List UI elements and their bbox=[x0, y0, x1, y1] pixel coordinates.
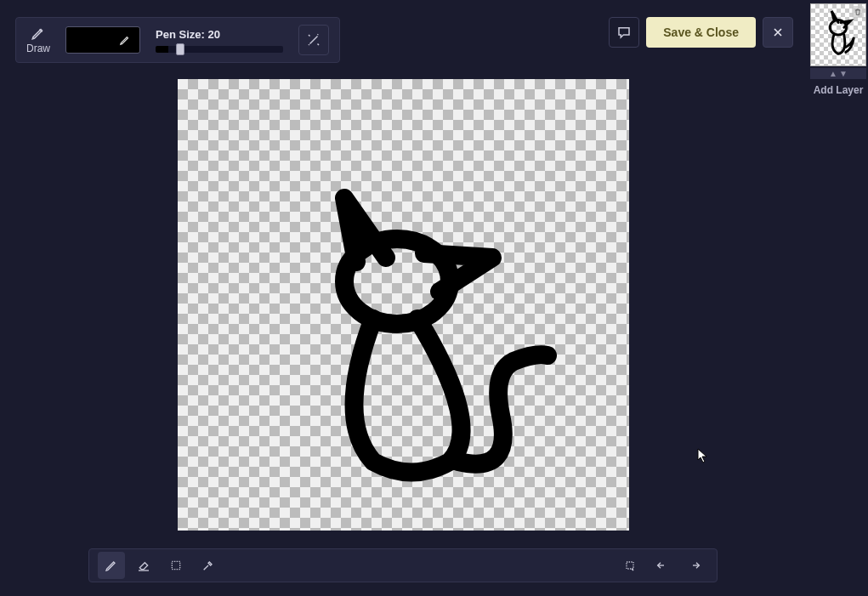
svg-rect-3 bbox=[627, 562, 633, 569]
layer-delete-button[interactable] bbox=[852, 6, 864, 18]
pen-size-slider[interactable] bbox=[156, 46, 283, 53]
save-close-button[interactable]: Save & Close bbox=[646, 17, 756, 48]
pen-size-control: Pen Size: 20 bbox=[156, 28, 283, 53]
crop-button[interactable] bbox=[616, 552, 644, 579]
layer-down-button[interactable]: ▼ bbox=[839, 69, 848, 78]
add-layer-button[interactable]: Add Layer bbox=[814, 84, 864, 96]
top-right-controls: Save & Close bbox=[609, 17, 793, 48]
bottom-toolbar bbox=[88, 548, 718, 582]
color-picker[interactable] bbox=[65, 26, 140, 54]
draw-label: Draw bbox=[26, 43, 50, 54]
undo-button[interactable] bbox=[649, 552, 676, 579]
svg-rect-2 bbox=[172, 561, 179, 569]
magic-wand-button[interactable] bbox=[298, 25, 329, 55]
pen-size-label: Pen Size: 20 bbox=[156, 28, 283, 41]
pencil-icon bbox=[31, 26, 46, 41]
select-icon bbox=[169, 559, 183, 572]
redo-icon bbox=[688, 559, 701, 572]
svg-point-1 bbox=[344, 239, 450, 324]
trash-icon bbox=[854, 8, 862, 16]
pen-size-slider-thumb[interactable] bbox=[176, 43, 184, 55]
close-button[interactable] bbox=[763, 17, 793, 48]
select-tool-button[interactable] bbox=[162, 552, 190, 579]
layer-reorder: ▲ ▼ bbox=[810, 68, 866, 79]
eraser-tool-button[interactable] bbox=[130, 552, 157, 579]
close-icon bbox=[771, 26, 785, 39]
draw-tool[interactable]: Draw bbox=[26, 26, 50, 54]
wand-icon bbox=[306, 32, 321, 48]
pencil-icon bbox=[105, 559, 118, 572]
layer-thumbnail[interactable] bbox=[810, 3, 866, 66]
undo-icon bbox=[655, 559, 669, 572]
layer-up-button[interactable]: ▲ bbox=[829, 69, 837, 78]
crop-icon bbox=[623, 559, 637, 572]
mouse-cursor bbox=[697, 448, 709, 463]
pencil-icon bbox=[119, 34, 131, 46]
comment-button[interactable] bbox=[609, 17, 639, 48]
eyedropper-tool-button[interactable] bbox=[195, 552, 222, 579]
drawing-content bbox=[178, 79, 629, 531]
top-toolbar: Draw Pen Size: 20 bbox=[15, 17, 340, 63]
layers-panel: ▲ ▼ Add Layer bbox=[808, 3, 868, 96]
eraser-icon bbox=[137, 559, 150, 572]
redo-button[interactable] bbox=[681, 552, 708, 579]
comment-icon bbox=[616, 25, 632, 40]
eyedropper-icon bbox=[201, 559, 215, 572]
pencil-tool-button[interactable] bbox=[98, 552, 125, 579]
canvas[interactable] bbox=[178, 79, 629, 531]
